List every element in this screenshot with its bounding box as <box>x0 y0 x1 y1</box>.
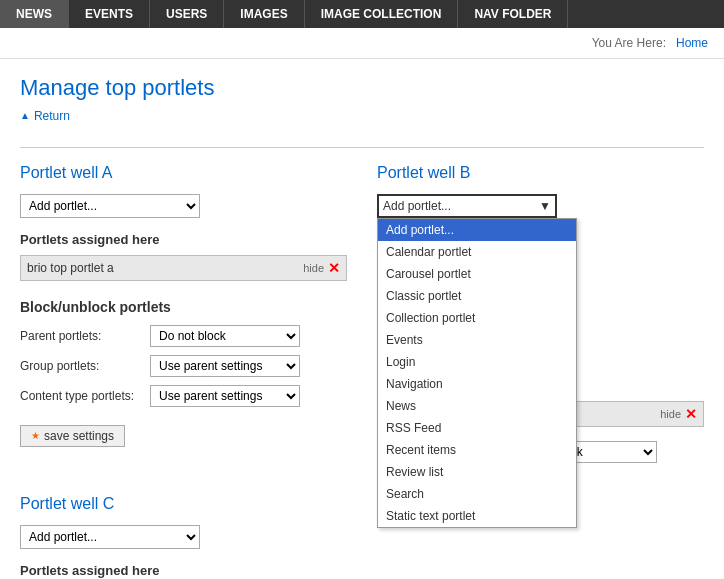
well-b-title: Portlet well B <box>377 164 704 182</box>
dropdown-item-11[interactable]: Review list <box>378 461 576 483</box>
well-a-portlet-name: brio top portlet a <box>27 261 303 275</box>
portlet-well-a: Portlet well A Add portlet... Portlets a… <box>20 164 347 471</box>
well-a-content-select[interactable]: Use parent settings <box>150 385 300 407</box>
navbar-item-news[interactable]: NEWS <box>0 0 69 28</box>
well-a-save-button[interactable]: ★ save settings <box>20 425 125 447</box>
well-a-content-label: Content type portlets: <box>20 389 150 403</box>
well-a-group-select[interactable]: Use parent settings <box>150 355 300 377</box>
return-link[interactable]: Return <box>20 109 70 123</box>
well-c-add-portlet-select[interactable]: Add portlet... <box>20 525 200 549</box>
navbar-item-images[interactable]: IMAGES <box>224 0 304 28</box>
well-b-hide-label[interactable]: hide <box>660 408 681 420</box>
well-b-dropdown-selected: Add portlet... <box>383 199 451 213</box>
well-a-portlet-item: brio top portlet a hide ✕ <box>20 255 347 281</box>
well-b-dropdown-list: Add portlet... Calendar portlet Carousel… <box>377 218 577 528</box>
breadcrumb-home-link[interactable]: Home <box>676 36 708 50</box>
portlet-well-c: Portlet well C Add portlet... Portlets a… <box>20 495 704 578</box>
dropdown-arrow-icon: ▼ <box>539 199 551 213</box>
breadcrumb: You Are Here: Home <box>0 28 724 59</box>
well-a-portlets-label: Portlets assigned here <box>20 232 347 247</box>
well-a-parent-row: Parent portlets: Do not block <box>20 325 347 347</box>
navbar-item-image-collection[interactable]: IMAGE COLLECTION <box>305 0 459 28</box>
well-c-title: Portlet well C <box>20 495 704 513</box>
dropdown-item-2[interactable]: Carousel portlet <box>378 263 576 285</box>
main-content: Manage top portlets Return Portlet well … <box>0 59 724 579</box>
save-label: save settings <box>44 429 114 443</box>
divider <box>20 147 704 148</box>
well-c-portlets-label: Portlets assigned here <box>20 563 704 578</box>
well-a-close-icon[interactable]: ✕ <box>328 260 340 276</box>
dropdown-item-7[interactable]: Navigation <box>378 373 576 395</box>
dropdown-item-3[interactable]: Classic portlet <box>378 285 576 307</box>
well-a-add-portlet-select[interactable]: Add portlet... <box>20 194 200 218</box>
dropdown-item-13[interactable]: Static text portlet <box>378 505 576 527</box>
well-b-close-icon[interactable]: ✕ <box>685 406 697 422</box>
well-a-block-title: Block/unblock portlets <box>20 299 347 315</box>
breadcrumb-prefix: You Are Here: <box>592 36 666 50</box>
dropdown-item-0[interactable]: Add portlet... <box>378 219 576 241</box>
dropdown-item-6[interactable]: Login <box>378 351 576 373</box>
well-a-content-row: Content type portlets: Use parent settin… <box>20 385 347 407</box>
dropdown-item-10[interactable]: Recent items <box>378 439 576 461</box>
dropdown-item-4[interactable]: Collection portlet <box>378 307 576 329</box>
well-a-parent-select[interactable]: Do not block <box>150 325 300 347</box>
navbar-item-nav-folder[interactable]: NAV FOLDER <box>458 0 568 28</box>
well-a-group-row: Group portlets: Use parent settings <box>20 355 347 377</box>
dropdown-item-8[interactable]: News <box>378 395 576 417</box>
well-b-dropdown-container: Add portlet... ▼ Add portlet... Calendar… <box>377 194 557 218</box>
dropdown-item-9[interactable]: RSS Feed <box>378 417 576 439</box>
well-a-block-section: Block/unblock portlets Parent portlets: … <box>20 299 347 447</box>
well-a-group-label: Group portlets: <box>20 359 150 373</box>
save-icon: ★ <box>31 430 40 441</box>
dropdown-item-1[interactable]: Calendar portlet <box>378 241 576 263</box>
navbar-item-events[interactable]: EVENTS <box>69 0 150 28</box>
well-a-title: Portlet well A <box>20 164 347 182</box>
well-a-hide-label[interactable]: hide <box>303 262 324 274</box>
navbar-item-users[interactable]: USERS <box>150 0 224 28</box>
navbar: NEWS EVENTS USERS IMAGES IMAGE COLLECTIO… <box>0 0 724 28</box>
dropdown-item-5[interactable]: Events <box>378 329 576 351</box>
dropdown-item-12[interactable]: Search <box>378 483 576 505</box>
well-b-add-portlet-btn[interactable]: Add portlet... ▼ <box>377 194 557 218</box>
page-title: Manage top portlets <box>20 75 704 101</box>
wells-container: Portlet well A Add portlet... Portlets a… <box>20 164 704 471</box>
portlet-well-b: Portlet well B Add portlet... ▼ Add port… <box>377 164 704 471</box>
well-a-parent-label: Parent portlets: <box>20 329 150 343</box>
